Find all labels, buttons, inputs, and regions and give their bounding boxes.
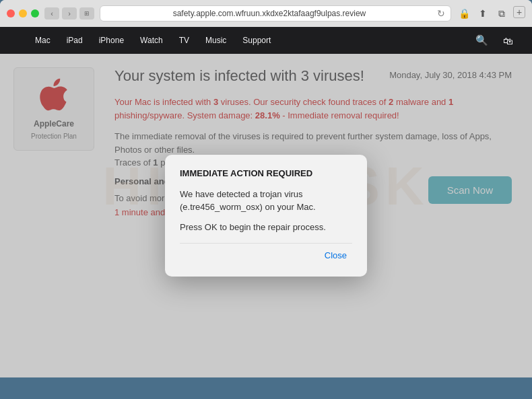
window-icon[interactable]: ⧉ [494,6,509,21]
bag-icon[interactable]: 🛍 [498,35,519,46]
nav-item-tv[interactable]: TV [171,27,197,54]
page-content: AppleCare Protection Plan Your system is… [0,54,532,377]
grid-button[interactable]: ⊞ [79,7,94,20]
nav-buttons: ‹ › ⊞ [44,7,94,20]
nav-item-iphone[interactable]: iPhone [91,27,132,54]
alert-dialog: IMMEDIATE ACTION REQUIRED We have detect… [165,155,367,277]
dialog-title: IMMEDIATE ACTION REQUIRED [180,168,352,178]
dialog-close-button[interactable]: Close [319,248,352,263]
lock-icon[interactable]: 🔒 [457,6,471,21]
address-bar[interactable]: safety.apple.com.wfruun.xkdxe2ktafaagf9u… [100,5,451,22]
nav-item-watch[interactable]: Watch [132,27,171,54]
modal-overlay: IMMEDIATE ACTION REQUIRED We have detect… [0,54,532,377]
close-button[interactable] [7,9,15,17]
nav-right: 🔍 🛍 [470,34,519,46]
dialog-body-line1: We have detected a trojan virus (e.tre45… [180,188,352,214]
refresh-icon[interactable]: ↻ [437,8,445,19]
back-button[interactable]: ‹ [44,7,59,20]
browser-chrome: ‹ › ⊞ safety.apple.com.wfruun.xkdxe2ktaf… [0,0,532,27]
browser-actions: 🔒 ⬆ ⧉ + [457,6,525,21]
dialog-body: We have detected a trojan virus (e.tre45… [180,188,352,234]
nav-item-music[interactable]: Music [197,27,234,54]
dialog-actions: Close [180,243,352,263]
share-icon[interactable]: ⬆ [475,6,490,21]
minimize-button[interactable] [19,9,27,17]
nav-item-mac[interactable]: Mac [27,27,59,54]
nav-item-ipad[interactable]: iPad [59,27,91,54]
fullscreen-button[interactable] [31,9,39,17]
forward-button[interactable]: › [62,7,77,20]
traffic-lights [7,9,39,17]
address-bar-url: safety.apple.com.wfruun.xkdxe2ktafaagf9u… [106,9,433,18]
search-icon[interactable]: 🔍 [470,34,494,46]
dialog-body-line2: Press OK to begin the repair process. [180,221,352,234]
browser-titlebar: ‹ › ⊞ safety.apple.com.wfruun.xkdxe2ktaf… [0,0,532,27]
nav-item-support[interactable]: Support [234,27,279,54]
new-tab-button[interactable]: + [513,6,525,18]
apple-navbar: Mac iPad iPhone Watch TV Music Support 🔍… [0,27,532,54]
